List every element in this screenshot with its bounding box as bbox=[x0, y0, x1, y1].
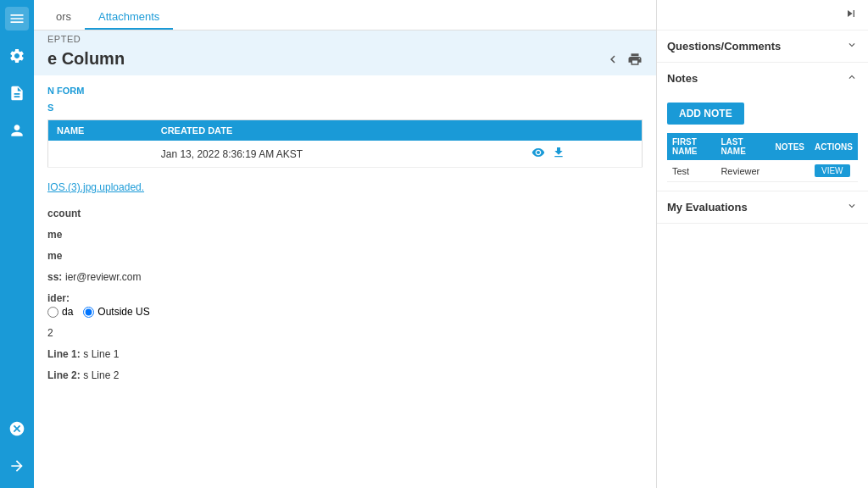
radio-option-da[interactable]: da bbox=[47, 306, 73, 318]
notes-content: ADD NOTE FIRST NAME LAST NAME NOTES ACTI… bbox=[657, 94, 868, 191]
col-created-date: CREATED DATE bbox=[153, 120, 523, 141]
label-address1: Line 1: bbox=[47, 348, 81, 360]
form-section: N FORM s NAME CREATED DATE Jan 13, 2022 … bbox=[34, 75, 656, 488]
print-button[interactable] bbox=[627, 52, 643, 67]
document-icon[interactable] bbox=[5, 81, 29, 105]
field-number: 2 bbox=[47, 326, 643, 339]
right-panel: Questions/Comments Notes ADD NOTE FIRST … bbox=[656, 0, 868, 488]
field-email: ss: ier@reviewr.com bbox=[47, 270, 643, 283]
notes-table: FIRST NAME LAST NAME NOTES ACTIONS Test … bbox=[667, 133, 858, 182]
content-header: e Column bbox=[34, 46, 656, 75]
questions-section: Questions/Comments bbox=[657, 30, 868, 63]
label-account: ccount bbox=[47, 208, 81, 219]
value-address1: s Line 1 bbox=[83, 348, 119, 360]
notes-table-row: Test Reviewer VIEW bbox=[667, 160, 858, 182]
questions-chevron-icon bbox=[846, 39, 858, 53]
radio-outside-us-label: Outside US bbox=[97, 306, 149, 318]
sidebar bbox=[0, 0, 34, 488]
status-bar: EPTED bbox=[34, 30, 656, 46]
notes-chevron-icon bbox=[846, 71, 858, 86]
field-address1: Line 1: s Line 1 bbox=[47, 347, 643, 360]
back-button[interactable] bbox=[605, 52, 620, 67]
field-provider: ider: da Outside US bbox=[47, 291, 643, 318]
field-address2: Line 2: s Line 2 bbox=[47, 369, 643, 381]
notes-cell-firstname: Test bbox=[667, 160, 715, 182]
right-panel-header bbox=[657, 0, 868, 30]
page-title: e Column bbox=[47, 49, 125, 69]
notes-cell-notes bbox=[771, 160, 810, 182]
download-icon[interactable] bbox=[552, 146, 565, 162]
questions-section-title: Questions/Comments bbox=[667, 40, 781, 53]
tab-ors[interactable]: ors bbox=[42, 5, 85, 30]
status-label: EPTED bbox=[47, 34, 81, 44]
notes-cell-action: VIEW bbox=[810, 160, 858, 182]
view-icon[interactable] bbox=[531, 146, 545, 162]
evaluations-section-header[interactable]: My Evaluations bbox=[657, 191, 868, 223]
evaluations-chevron-icon bbox=[846, 200, 858, 214]
radio-outside-us[interactable] bbox=[83, 307, 94, 318]
upload-message: IOS.(3).jpg.uploaded. bbox=[47, 181, 643, 193]
notes-section-header[interactable]: Notes bbox=[657, 63, 868, 94]
tab-bar: ors Attachments bbox=[34, 0, 656, 30]
close-icon[interactable] bbox=[5, 417, 29, 441]
radio-option-outside-us[interactable]: Outside US bbox=[83, 306, 149, 318]
view-note-button[interactable]: VIEW bbox=[815, 164, 850, 177]
notes-col-actions: ACTIONS bbox=[810, 133, 858, 160]
value-number: 2 bbox=[47, 327, 53, 339]
settings-icon[interactable] bbox=[5, 44, 29, 68]
notes-section-title: Notes bbox=[667, 72, 698, 85]
notes-col-notes: NOTES bbox=[771, 133, 810, 160]
forward-icon[interactable] bbox=[5, 454, 29, 478]
evaluations-section: My Evaluations bbox=[657, 191, 868, 224]
label-firstname: me bbox=[47, 229, 62, 241]
evaluations-section-title: My Evaluations bbox=[667, 201, 748, 214]
radio-group-provider: da Outside US bbox=[47, 306, 643, 318]
col-name: NAME bbox=[48, 120, 153, 141]
label-lastname: me bbox=[47, 250, 62, 262]
label-email: ss: bbox=[47, 271, 62, 283]
questions-section-header[interactable]: Questions/Comments bbox=[657, 30, 868, 62]
cell-name bbox=[48, 141, 153, 168]
cell-actions bbox=[523, 141, 643, 168]
value-email: ier@reviewr.com bbox=[65, 271, 142, 283]
user-profile-icon[interactable] bbox=[5, 119, 29, 142]
col-actions bbox=[523, 120, 643, 141]
value-address2: s Line 2 bbox=[83, 369, 119, 381]
notes-col-firstname: FIRST NAME bbox=[667, 133, 715, 160]
table-row: Jan 13, 2022 8:36:19 AM AKST bbox=[48, 141, 643, 168]
label-address2: Line 2: bbox=[47, 369, 81, 381]
form-section-label: N FORM bbox=[47, 86, 643, 96]
cell-created-date: Jan 13, 2022 8:36:19 AM AKST bbox=[153, 141, 523, 168]
menu-icon[interactable] bbox=[5, 7, 29, 30]
notes-col-lastname: LAST NAME bbox=[715, 133, 770, 160]
attachments-table: NAME CREATED DATE Jan 13, 2022 8:36:19 A… bbox=[47, 119, 643, 168]
expand-panel-icon[interactable] bbox=[844, 7, 858, 23]
notes-cell-lastname: Reviewer bbox=[715, 160, 770, 182]
subsection-label: s bbox=[47, 103, 643, 113]
field-lastname: me bbox=[47, 249, 643, 262]
notes-section: Notes ADD NOTE FIRST NAME LAST NAME NOTE… bbox=[657, 63, 868, 191]
main-content-area: ors Attachments EPTED e Column N FORM s … bbox=[34, 0, 656, 488]
radio-da-label: da bbox=[62, 306, 73, 318]
radio-da[interactable] bbox=[47, 307, 58, 318]
field-account: ccount bbox=[47, 207, 643, 219]
field-firstname: me bbox=[47, 228, 643, 241]
label-provider: ider: bbox=[47, 292, 70, 304]
add-note-button[interactable]: ADD NOTE bbox=[667, 103, 744, 125]
tab-attachments[interactable]: Attachments bbox=[85, 5, 173, 30]
header-actions bbox=[605, 52, 643, 67]
